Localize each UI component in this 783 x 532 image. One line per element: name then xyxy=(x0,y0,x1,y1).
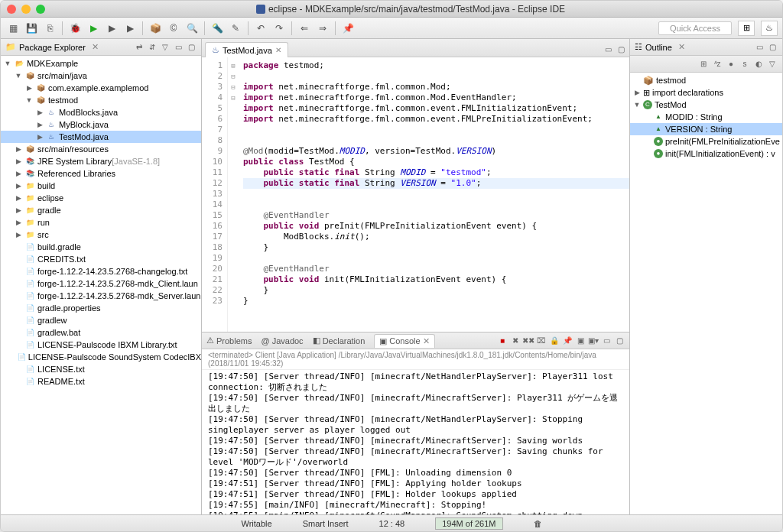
remove-all-button[interactable]: ✖✖ xyxy=(523,336,534,346)
editor-maximize-button[interactable]: ▢ xyxy=(616,44,626,54)
tree-item[interactable]: 📄build.gradle xyxy=(1,241,201,253)
close-window-button[interactable] xyxy=(7,5,16,14)
clear-console-button[interactable]: ⌧ xyxy=(536,336,547,346)
tree-item[interactable]: ▶♨ModBlocks.java xyxy=(1,106,201,118)
console-min-button[interactable]: ▭ xyxy=(601,336,612,346)
close-tab-icon[interactable]: ✕ xyxy=(275,46,281,54)
coverage-button[interactable]: ▶ xyxy=(104,21,119,36)
editor-tab-testmod[interactable]: ♨ TestMod.java ✕ xyxy=(205,42,288,57)
external-tools-button[interactable]: ▶ xyxy=(122,21,138,36)
outline-item[interactable]: 📦testmod xyxy=(630,74,782,86)
new-class-button[interactable]: © xyxy=(166,21,181,36)
tree-item[interactable]: ▶📚Referenced Libraries xyxy=(1,167,201,180)
javadoc-tab[interactable]: @Javadoc xyxy=(261,336,303,345)
tree-item[interactable]: 📄CREDITS.txt xyxy=(1,253,201,265)
console-tab[interactable]: ▣Console ✕ xyxy=(374,334,434,348)
link-editor-button[interactable]: ⇵ xyxy=(147,42,158,53)
tree-item[interactable]: 📄LICENSE.txt xyxy=(1,363,201,375)
outline-max-button[interactable]: ▢ xyxy=(767,42,778,53)
tree-item[interactable]: 📄LICENSE-Paulscode SoundSystem CodecIBX xyxy=(1,351,201,363)
tree-item[interactable]: ▶♨MyBlock.java xyxy=(1,118,201,131)
run-button[interactable]: ▶ xyxy=(86,21,101,36)
code-editor[interactable]: 1234567891011121314151617181920212223 ⊞⊟… xyxy=(202,57,629,332)
forward-button[interactable]: ⇒ xyxy=(315,21,330,36)
outline-focus-button[interactable]: ⊞ xyxy=(698,59,709,70)
outline-sort-button[interactable]: ᴬz xyxy=(712,59,723,70)
outline-item[interactable]: ▲VERSION : String xyxy=(630,123,782,135)
minimize-window-button[interactable] xyxy=(21,5,31,14)
outline-item[interactable]: ▶⊞import declarations xyxy=(630,86,782,99)
tree-item[interactable]: ▶📁gradle xyxy=(1,204,201,216)
search-button[interactable]: 🔦 xyxy=(210,21,225,36)
code-area[interactable]: package testmod; import net.minecraftfor… xyxy=(239,57,629,332)
outline-item[interactable]: ▼CTestMod xyxy=(630,99,782,111)
back-button[interactable]: ⇐ xyxy=(297,21,312,36)
maximize-view-button[interactable]: ▢ xyxy=(186,42,197,53)
prev-annotation-button[interactable]: ↶ xyxy=(253,21,268,36)
tree-item[interactable]: ▶📁eclipse xyxy=(1,192,201,204)
tree-item[interactable]: ▶📁src xyxy=(1,229,201,241)
tree-item[interactable]: 📄gradlew.bat xyxy=(1,326,201,339)
terminate-button[interactable]: ■ xyxy=(497,336,508,346)
tree-item[interactable]: ▶📁build xyxy=(1,180,201,192)
outline-tree[interactable]: 📦testmod▶⊞import declarations▼CTestMod▲M… xyxy=(630,73,782,514)
maximize-window-button[interactable] xyxy=(36,5,45,14)
tree-item[interactable]: ▶📦src/main/resources xyxy=(1,143,201,155)
declaration-tab[interactable]: ◧Declaration xyxy=(313,336,366,345)
line-number-gutter[interactable]: 1234567891011121314151617181920212223 xyxy=(202,57,228,332)
open-type-button[interactable]: 🔍 xyxy=(184,21,200,36)
tree-item[interactable]: 📄forge-1.12.2-14.23.5.2768-mdk_Server.la… xyxy=(1,290,201,302)
status-memory[interactable]: 194M of 261M xyxy=(435,517,502,530)
outline-item[interactable]: ▲MODID : String xyxy=(630,111,782,123)
toggle-mark-button[interactable]: ✎ xyxy=(228,21,243,36)
save-button[interactable]: 💾 xyxy=(24,21,39,36)
display-console-button[interactable]: ▣ xyxy=(575,336,586,346)
tree-item[interactable]: ▶📦com.example.examplemod xyxy=(1,82,201,94)
tree-item[interactable]: ▼📦testmod xyxy=(1,94,201,106)
new-button[interactable]: ▦ xyxy=(5,21,21,36)
java-perspective-button[interactable]: ♨ xyxy=(761,21,778,36)
outline-min-button[interactable]: ▭ xyxy=(754,42,765,53)
tree-item[interactable]: 📄forge-1.12.2-14.23.5.2768-changelog.txt xyxy=(1,265,201,277)
open-console-button[interactable]: ▣▾ xyxy=(588,336,599,346)
tree-item[interactable]: 📄gradle.properties xyxy=(1,302,201,314)
tree-item[interactable]: ▶📚JRE System Library [JavaSE-1.8] xyxy=(1,155,201,167)
collapse-all-button[interactable]: ⇄ xyxy=(134,42,145,53)
minimize-view-button[interactable]: ▭ xyxy=(173,42,184,53)
console-output[interactable]: [19:47:50] [Server thread/INFO] [minecra… xyxy=(202,370,629,514)
problems-tab[interactable]: ⚠Problems xyxy=(206,336,252,345)
view-close-icon[interactable]: ✕ xyxy=(92,42,99,52)
outline-item[interactable]: ●preInit(FMLPreInitializationEve xyxy=(630,135,782,148)
save-all-button[interactable]: ⎘ xyxy=(42,21,57,36)
new-package-button[interactable]: 📦 xyxy=(148,21,163,36)
quick-access-input[interactable]: Quick Access xyxy=(658,21,732,35)
outline-hide-fields-button[interactable]: ● xyxy=(726,59,736,70)
gc-button[interactable]: 🗑 xyxy=(534,519,542,528)
view-menu-button[interactable]: ▽ xyxy=(160,42,171,53)
tree-item[interactable]: 📄forge-1.12.2-14.23.5.2768-mdk_Client.la… xyxy=(1,277,201,290)
pin-console-button[interactable]: 📌 xyxy=(562,336,573,346)
open-perspective-button[interactable]: ⊞ xyxy=(738,21,755,36)
tree-item[interactable]: ▶📁run xyxy=(1,216,201,229)
console-max-button[interactable]: ▢ xyxy=(614,336,625,346)
pin-button[interactable]: 📌 xyxy=(340,21,356,36)
tree-item[interactable]: 📄gradlew xyxy=(1,314,201,326)
outline-hide-local-button[interactable]: ▽ xyxy=(767,59,778,70)
outline-hide-static-button[interactable]: s xyxy=(739,59,750,70)
tree-item[interactable]: ▼📦src/main/java xyxy=(1,70,201,82)
outline-close-icon[interactable]: ✕ xyxy=(678,42,685,52)
debug-button[interactable]: 🐞 xyxy=(67,21,83,36)
outline-hide-nonpublic-button[interactable]: ◐ xyxy=(753,59,764,70)
tree-item[interactable]: 📄README.txt xyxy=(1,375,201,388)
next-annotation-button[interactable]: ↷ xyxy=(271,21,287,36)
tree-item[interactable]: 📄LICENSE-Paulscode IBXM Library.txt xyxy=(1,339,201,351)
remove-launch-button[interactable]: ✖ xyxy=(510,336,521,346)
tree-item[interactable]: ▼📂MDKExample xyxy=(1,57,201,70)
console-close-icon[interactable]: ✕ xyxy=(423,336,430,346)
package-explorer-tree[interactable]: ▼📂MDKExample▼📦src/main/java▶📦com.example… xyxy=(1,56,201,514)
tree-item[interactable]: ▶♨TestMod.java xyxy=(1,131,201,143)
editor-minimize-button[interactable]: ▭ xyxy=(603,44,613,54)
scroll-lock-button[interactable]: 🔒 xyxy=(549,336,560,346)
outline-item[interactable]: ●init(FMLInitializationEvent) : v xyxy=(630,148,782,160)
fold-gutter[interactable]: ⊞⊟⊟⊟ xyxy=(228,57,239,332)
